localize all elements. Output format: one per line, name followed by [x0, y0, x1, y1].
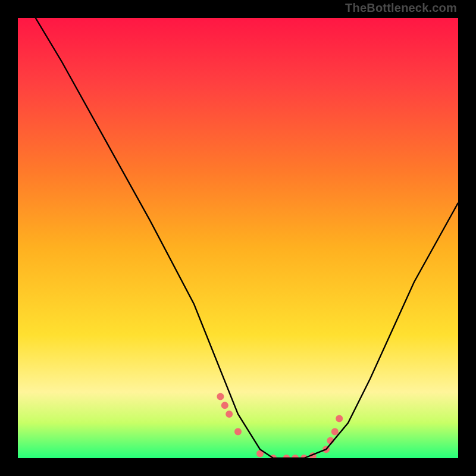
marker-dot — [217, 393, 224, 400]
watermark-text: TheBottleneck.com — [345, 1, 457, 15]
marker-dot — [336, 415, 343, 422]
marker-dot — [226, 411, 233, 418]
chart-svg — [18, 18, 458, 458]
marker-dot — [221, 402, 228, 409]
flat-region-markers — [217, 393, 343, 458]
plot-area — [18, 18, 458, 458]
chart-frame: TheBottleneck.com — [0, 0, 476, 476]
bottleneck-curve — [36, 18, 458, 458]
marker-dot — [331, 428, 339, 436]
marker-dot — [234, 428, 242, 436]
